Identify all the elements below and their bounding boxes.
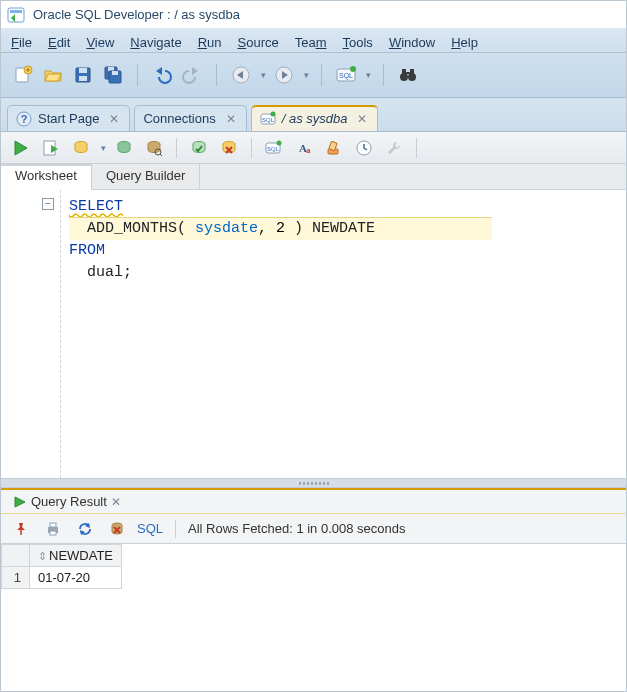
menu-team[interactable]: Team [295,35,327,50]
toolbar-separator [175,520,176,538]
save-button[interactable] [71,63,95,87]
rollback-button[interactable] [217,136,241,160]
run-script-button[interactable] [39,136,63,160]
fold-minus-icon[interactable]: − [42,198,54,210]
run-button[interactable] [9,136,33,160]
svg-marker-12 [156,67,162,75]
svg-text:SQL: SQL [339,72,353,80]
cell-newdate[interactable]: 01-07-20 [30,567,122,589]
sql-file-icon: SQL [260,111,276,127]
toolbar-separator [383,64,384,86]
sql-history-button[interactable] [352,136,376,160]
code-text: dual; [69,264,132,281]
svg-line-38 [160,154,162,156]
close-icon[interactable]: ✕ [226,112,236,126]
svg-rect-25 [406,72,410,74]
doctab-start-page[interactable]: ? Start Page ✕ [7,105,130,131]
svg-marker-13 [192,67,198,75]
menu-navigate[interactable]: Navigate [130,35,181,50]
print-icon[interactable] [41,517,65,541]
code-editor[interactable]: − SELECT ADD_MONTHS( sysdate, 2 ) NEWDAT… [1,190,626,478]
table-row[interactable]: 1 01-07-20 [2,567,122,589]
delete-icon[interactable] [105,517,129,541]
refresh-icon[interactable] [73,517,97,541]
svg-rect-9 [108,67,114,71]
menu-view[interactable]: View [86,35,114,50]
svg-point-30 [270,111,275,116]
tab-query-result[interactable]: Query Result ✕ [5,492,129,511]
editor-gutter: − [1,190,61,478]
svg-rect-23 [402,69,406,75]
pin-icon[interactable] [9,517,33,541]
splitter-handle[interactable] [1,478,626,488]
autotrace-button[interactable] [112,136,136,160]
new-button[interactable] [11,63,35,87]
doctab-label: Connections [143,111,215,126]
menu-source[interactable]: Source [238,35,279,50]
code-keyword: SELECT [69,198,123,215]
commit-button[interactable] [187,136,211,160]
toolbar-separator [216,64,217,86]
chevron-down-icon[interactable]: ▾ [366,70,371,80]
open-button[interactable] [41,63,65,87]
svg-point-43 [277,140,282,145]
toolbar-separator [176,138,177,158]
clear-button[interactable] [322,136,346,160]
menu-bar: File Edit View Navigate Run Source Team … [1,29,626,53]
back-button[interactable] [229,63,253,87]
unshared-sql-button[interactable]: SQL [262,136,286,160]
close-icon[interactable]: ✕ [111,495,121,509]
svg-marker-49 [15,497,25,507]
toolbar-separator [251,138,252,158]
redo-button[interactable] [180,63,204,87]
close-icon[interactable]: ✕ [357,112,367,126]
toolbar-separator [137,64,138,86]
code-keyword: FROM [69,242,105,259]
binoculars-icon[interactable] [396,63,420,87]
tab-worksheet[interactable]: Worksheet [1,164,92,190]
sql-worksheet-button[interactable]: SQL [334,63,358,87]
wrench-icon[interactable] [382,136,406,160]
main-toolbar: ▾ ▾ SQL ▾ [1,53,626,98]
close-icon[interactable]: ✕ [109,112,119,126]
forward-button[interactable] [272,63,296,87]
menu-file[interactable]: File [11,35,32,50]
toolbar-separator [416,138,417,158]
svg-text:SQL: SQL [267,146,280,152]
result-tab-label: Query Result [31,494,107,509]
code-alias: NEWDATE [303,220,375,237]
window-title: Oracle SQL Developer : / as sysdba [33,7,240,22]
code-number: 2 [276,220,285,237]
column-header-newdate[interactable]: ⇕NEWDATE [30,545,122,567]
menu-edit[interactable]: Edit [48,35,70,50]
code-content[interactable]: SELECT ADD_MONTHS( sysdate, 2 ) NEWDATE … [61,190,626,478]
svg-point-20 [350,66,356,72]
menu-window[interactable]: Window [389,35,435,50]
tab-query-builder[interactable]: Query Builder [92,164,200,189]
explain-plan-button[interactable] [69,136,93,160]
result-status: All Rows Fetched: 1 in 0.008 seconds [188,521,406,536]
play-icon [13,495,27,509]
chevron-down-icon[interactable]: ▾ [304,70,309,80]
menu-help[interactable]: Help [451,35,478,50]
column-label: NEWDATE [49,548,113,563]
undo-button[interactable] [150,63,174,87]
doctab-sysdba[interactable]: SQL / as sysdba ✕ [251,105,379,131]
svg-rect-24 [410,69,414,75]
menu-run[interactable]: Run [198,35,222,50]
chevron-down-icon[interactable]: ▾ [101,143,106,153]
svg-rect-53 [50,531,56,535]
code-func: ADD_MONTHS [87,220,177,237]
chevron-down-icon[interactable]: ▾ [261,70,266,80]
result-grid[interactable]: ⇕NEWDATE 1 01-07-20 [1,544,122,589]
titlebar: Oracle SQL Developer : / as sysdba [1,1,626,29]
document-tabs: ? Start Page ✕ Connections ✕ SQL / as sy… [1,98,626,132]
save-all-button[interactable] [101,63,125,87]
result-toolbar: SQL All Rows Fetched: 1 in 0.008 seconds [1,514,626,544]
menu-tools[interactable]: Tools [343,35,373,50]
worksheet-tabs: Worksheet Query Builder [1,164,626,190]
to-upper-lower-button[interactable]: Aa [292,136,316,160]
sql-tuning-button[interactable] [142,136,166,160]
sql-link[interactable]: SQL [137,521,163,536]
doctab-connections[interactable]: Connections ✕ [134,105,246,131]
